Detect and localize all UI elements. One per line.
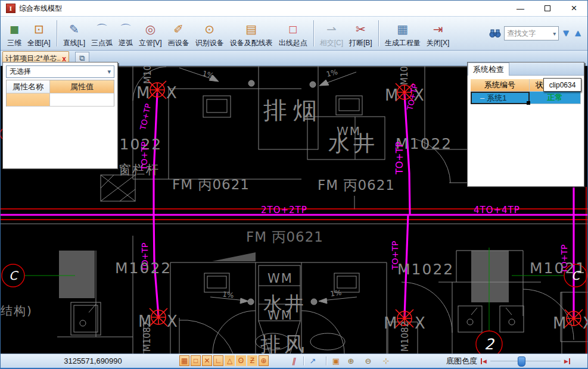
tab-system-check[interactable]: 系统检查 xyxy=(468,62,509,76)
recognize-device-icon: ⊙ xyxy=(204,21,214,38)
close-button[interactable]: × xyxy=(561,1,587,16)
toolbar-arc-3point[interactable]: ⌒三点弧 xyxy=(88,18,116,49)
slider-min-button[interactable]: ◀ xyxy=(481,358,487,364)
toolbar-label: 生成工程量 xyxy=(385,38,421,48)
toolbar-label: 全图[A] xyxy=(27,38,51,48)
find-text-group: 查找文字 ▾ ▼ ▲ xyxy=(489,26,585,40)
draw-line-icon: ✎ xyxy=(69,21,79,38)
title-bar: I 综合布线模型 — × xyxy=(1,1,587,16)
toolbar-zoom-all[interactable]: ⊡全图[A] xyxy=(24,18,54,49)
toolbar-label: 画设备 xyxy=(168,38,189,48)
cad-text: FM 丙0621 xyxy=(318,177,395,193)
cad-text: X xyxy=(415,314,425,332)
main-toolbar: ◼三维⊡全图[A]✎直线[L]⌒三点弧⌒逆弧◎立管[V]✐画设备⊙识别设备▤设备… xyxy=(1,16,587,51)
toolbar-riser-pipe[interactable]: ◎立管[V] xyxy=(136,18,165,49)
cad-text: M1082 xyxy=(400,321,410,352)
toolbar-separator xyxy=(378,20,379,46)
system-id-value: 系统1 xyxy=(487,93,506,104)
base-tint-slider-zone: 底图色度 ◀ ▶ xyxy=(446,356,570,367)
table-row[interactable]: – 系统1 正常 xyxy=(471,92,581,104)
cad-text: 结构) xyxy=(1,304,33,318)
fill-handle[interactable] xyxy=(527,101,530,105)
intersection-snap-icon[interactable]: ✕ xyxy=(202,355,212,366)
cad-text: 2 xyxy=(484,336,495,353)
cable-branch[interactable] xyxy=(154,93,157,215)
properties-grid: 属性名称 属性值 xyxy=(6,80,114,107)
cad-text: M1022 xyxy=(397,261,454,278)
nearest-snap-icon[interactable]: Ƶ xyxy=(247,355,257,366)
cad-text: M1082 xyxy=(399,66,410,85)
app-window: { "window": { "title": "综合布线模型", "contro… xyxy=(0,0,588,369)
cad-text: X xyxy=(167,312,178,330)
toolbar-generate-quantities[interactable]: ▦生成工程量 xyxy=(382,18,424,49)
maximize-button[interactable] xyxy=(534,1,561,16)
device-wiring-table-icon: ▤ xyxy=(245,21,257,38)
column-header-system-id[interactable]: 系统编号 xyxy=(471,79,530,92)
find-next-button[interactable]: ▼ xyxy=(561,28,571,39)
table-row[interactable] xyxy=(7,93,114,107)
status-bar: 3125571,690990 ▦□✕∟△ʘƵ⊕ ∥ ↗▣⊕⊖⊹ 底图色度 ◀ ▶ xyxy=(1,354,587,368)
tooltip: clip0634 xyxy=(543,78,581,92)
toolbar-label: 打断[B] xyxy=(349,38,372,48)
minimize-button[interactable]: — xyxy=(507,1,534,16)
arc-3point-icon: ⌒ xyxy=(96,21,108,38)
cad-text: WM xyxy=(337,124,361,138)
cad-text: 1% xyxy=(325,68,338,79)
system-id-cell[interactable]: – 系统1 xyxy=(471,92,530,104)
cad-text: M xyxy=(136,84,150,102)
cad-text: 1% xyxy=(222,290,235,300)
selection-dropdown[interactable]: 无选择 ▾ xyxy=(6,65,114,78)
toolbar-label: 识别设备 xyxy=(195,38,224,48)
prop-name-cell[interactable] xyxy=(7,93,50,107)
cable-branch[interactable] xyxy=(405,94,410,215)
toolbar-draw-device[interactable]: ✐画设备 xyxy=(165,18,192,49)
zoom-out-icon[interactable]: ⊖ xyxy=(362,355,374,366)
cad-text: M xyxy=(553,314,566,332)
column-header-prop-value[interactable]: 属性值 xyxy=(50,80,114,93)
find-prev-button[interactable]: ▲ xyxy=(573,28,583,39)
view-3d-icon: ◼ xyxy=(10,21,20,38)
endpoint-snap-icon[interactable]: □ xyxy=(191,355,201,366)
toolbar-close-tool[interactable]: ⇥关闭[X] xyxy=(424,18,453,49)
toolbar-intersect: ⇀相交[C] xyxy=(317,18,346,49)
cad-text: 排风 xyxy=(260,332,308,354)
system-status-cell[interactable]: 正常 xyxy=(530,92,581,104)
intersect-icon: ⇀ xyxy=(326,21,337,38)
cad-text: FM 丙0621 xyxy=(246,229,323,245)
cad-text: M xyxy=(384,314,397,332)
slider-max-button[interactable]: ▶ xyxy=(564,358,570,364)
toolbar-arc-reverse[interactable]: ⌒逆弧 xyxy=(116,18,136,49)
zoom-extents-icon[interactable]: ▣ xyxy=(330,355,342,366)
toolbar-break-line[interactable]: ✂打断[B] xyxy=(346,18,375,49)
toolbar-draw-line[interactable]: ✎直线[L] xyxy=(60,18,88,49)
draw-device-icon: ✐ xyxy=(173,21,183,38)
triangle-snap-icon[interactable]: △ xyxy=(225,355,235,366)
break-line-icon: ✂ xyxy=(356,21,366,38)
toolbar-outlet-start-point[interactable]: □出线起点 xyxy=(276,18,310,49)
toolbar-recognize-device[interactable]: ⊙识别设备 xyxy=(192,18,227,49)
cad-text: TO+TP xyxy=(138,102,153,131)
find-text-input[interactable]: 查找文字 ▾ xyxy=(504,26,559,40)
ucs-axis-icon[interactable]: ↗ xyxy=(307,355,319,366)
zoom-all-icon: ⊡ xyxy=(34,21,44,38)
tangent-snap-icon[interactable]: ʘ xyxy=(236,355,246,366)
column-header-prop-name[interactable]: 属性名称 xyxy=(7,80,50,93)
pan-icon[interactable]: ⊹ xyxy=(380,355,392,366)
perpendicular-snap-icon[interactable]: ∟ xyxy=(213,355,223,366)
center-snap-icon[interactable]: ⊕ xyxy=(259,355,269,366)
binoculars-icon xyxy=(489,27,502,39)
snap-toolbar: ▦□✕∟△ʘƵ⊕ xyxy=(179,355,269,366)
app-icon: I xyxy=(6,4,15,13)
zoom-in-icon[interactable]: ⊕ xyxy=(345,355,357,366)
slider-thumb[interactable] xyxy=(518,357,525,367)
detector-device[interactable] xyxy=(565,309,583,327)
chevron-down-icon[interactable]: ▾ xyxy=(553,30,556,37)
prop-value-cell[interactable] xyxy=(50,93,114,107)
toolbar-view-3d[interactable]: ◼三维 xyxy=(4,18,24,49)
toolbar-separator xyxy=(313,20,314,46)
parallel-snap-icon[interactable]: ∥ xyxy=(287,355,301,366)
toolbar-label: 三维 xyxy=(7,38,21,48)
grid-snap-icon[interactable]: ▦ xyxy=(179,355,189,366)
toolbar-device-wiring-table[interactable]: ▤设备及配线表 xyxy=(227,18,276,49)
base-tint-slider[interactable] xyxy=(490,357,561,365)
